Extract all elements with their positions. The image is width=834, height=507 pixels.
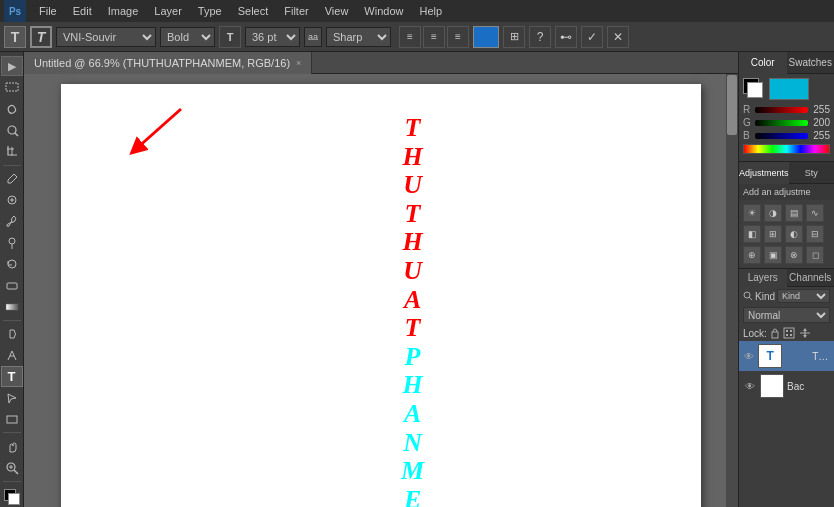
layer-filter-row: Kind Kind	[739, 287, 834, 305]
color-panel: Color Swatches R 255 G	[739, 52, 834, 161]
font-size-select[interactable]: 36 pt	[245, 27, 300, 47]
swatches-tab[interactable]: Swatches	[787, 52, 835, 74]
text-tool-horizontal[interactable]: T	[4, 26, 26, 48]
pen-tool[interactable]	[1, 345, 23, 365]
ps-logo: Ps	[4, 0, 26, 22]
active-color-swatch[interactable]	[769, 78, 809, 100]
menu-help[interactable]: Help	[412, 3, 449, 19]
layers-tab[interactable]: Layers	[739, 269, 787, 287]
curves-adj-icon[interactable]: ∿	[806, 204, 824, 222]
path-select-tool[interactable]	[1, 388, 23, 408]
layer-1-visibility[interactable]: 👁	[743, 349, 755, 363]
gradient-adj-icon[interactable]: ▣	[764, 246, 782, 264]
move-tool[interactable]: ▶	[1, 56, 23, 76]
lock-label: Lock:	[743, 328, 767, 339]
svg-marker-24	[803, 328, 807, 331]
vertical-scrollbar[interactable]	[726, 74, 738, 507]
toolbar-divider-2	[3, 320, 21, 321]
vertical-letter-0: T	[405, 114, 421, 143]
r-channel-slider[interactable]	[755, 107, 808, 113]
vertical-letter-13: E	[404, 486, 421, 507]
svg-rect-23	[790, 334, 792, 336]
selectivecolor-adj-icon[interactable]: ⊗	[785, 246, 803, 264]
hand-tool[interactable]	[1, 436, 23, 456]
arrow-annotation	[116, 99, 196, 169]
eraser-tool[interactable]	[1, 275, 23, 295]
layer-1-thumb: T	[758, 344, 782, 368]
layer-item-1[interactable]: 👁 T THU	[739, 341, 834, 371]
zoom-tool[interactable]	[1, 458, 23, 478]
clone-stamp-tool[interactable]	[1, 233, 23, 253]
colorbalance-adj-icon[interactable]: ⊟	[806, 225, 824, 243]
invert-adj-icon[interactable]: ◻	[806, 246, 824, 264]
fg-bg-swatches[interactable]	[743, 78, 765, 100]
layer-item-2[interactable]: 👁 Bac	[739, 371, 834, 401]
vertical-letter-7: T	[405, 314, 421, 343]
scroll-thumb[interactable]	[727, 75, 737, 135]
layer-kind-select[interactable]: Kind	[777, 289, 830, 303]
vertical-letter-3: T	[405, 200, 421, 229]
align-right-btn[interactable]: ≡	[447, 26, 469, 48]
contrast-adj-icon[interactable]: ◑	[764, 204, 782, 222]
menu-type[interactable]: Type	[191, 3, 229, 19]
menu-file[interactable]: File	[32, 3, 64, 19]
anti-alias-select[interactable]: Sharp	[326, 27, 391, 47]
color-spectrum[interactable]	[743, 144, 830, 154]
dodge-tool[interactable]	[1, 324, 23, 344]
layer-2-visibility[interactable]: 👁	[743, 379, 757, 393]
align-left-btn[interactable]: ≡	[399, 26, 421, 48]
toggle-3d-btn[interactable]: ⊷	[555, 26, 577, 48]
char-panel-btn[interactable]: ?	[529, 26, 551, 48]
menu-view[interactable]: View	[318, 3, 356, 19]
tab-close-btn[interactable]: ×	[296, 58, 301, 68]
font-family-select[interactable]: VNI-Souvir	[56, 27, 156, 47]
hue-adj-icon[interactable]: ◐	[785, 225, 803, 243]
color-tab[interactable]: Color	[739, 52, 787, 74]
menu-image[interactable]: Image	[101, 3, 146, 19]
lasso-tool[interactable]	[1, 99, 23, 119]
warp-text-btn[interactable]: ⊞	[503, 26, 525, 48]
crop-tool[interactable]	[1, 141, 23, 161]
svg-line-15	[136, 109, 181, 149]
vertical-letter-8: P	[405, 343, 421, 372]
vertical-letter-5: U	[403, 257, 422, 286]
menu-layer[interactable]: Layer	[147, 3, 189, 19]
adjustments-tab[interactable]: Adjustments	[739, 162, 789, 184]
history-brush-tool[interactable]	[1, 254, 23, 274]
channels-tab[interactable]: Channels	[787, 269, 835, 287]
menu-select[interactable]: Select	[231, 3, 276, 19]
align-center-btn[interactable]: ≡	[423, 26, 445, 48]
vertical-text: THUTHUATPHANMEM	[401, 114, 424, 507]
g-channel-slider[interactable]	[755, 120, 808, 126]
blend-mode-select[interactable]: Normal	[743, 307, 830, 323]
healing-brush-tool[interactable]	[1, 190, 23, 210]
exposure-adj-icon[interactable]: ◧	[743, 225, 761, 243]
quick-select-tool[interactable]	[1, 120, 23, 140]
cancel-btn[interactable]: ✕	[607, 26, 629, 48]
menu-filter[interactable]: Filter	[277, 3, 315, 19]
brush-tool[interactable]	[1, 211, 23, 231]
menu-edit[interactable]: Edit	[66, 3, 99, 19]
b-channel-slider[interactable]	[755, 133, 808, 139]
font-style-select[interactable]: Bold	[160, 27, 215, 47]
marquee-tool[interactable]	[1, 77, 23, 97]
vibrance-adj-icon[interactable]: ⊞	[764, 225, 782, 243]
commit-btn[interactable]: ✓	[581, 26, 603, 48]
text-tool-vertical[interactable]: T	[30, 26, 52, 48]
levels-adj-icon[interactable]: ▤	[785, 204, 803, 222]
styles-tab[interactable]: Sty	[789, 162, 834, 184]
brightness-adj-icon[interactable]: ☀	[743, 204, 761, 222]
photofilter-adj-icon[interactable]: ⊕	[743, 246, 761, 264]
document-tab[interactable]: Untitled @ 66.9% (THUTHUATPHANMEM, RGB/1…	[24, 52, 312, 74]
svg-rect-18	[772, 332, 778, 338]
text-tool[interactable]: T	[1, 366, 23, 386]
gradient-tool[interactable]	[1, 297, 23, 317]
eyedropper-tool[interactable]	[1, 169, 23, 189]
move-lock-icon	[798, 327, 812, 339]
color-panel-content: R 255 G 200 B 255	[739, 74, 834, 161]
text-color-swatch[interactable]	[473, 26, 499, 48]
menu-window[interactable]: Window	[357, 3, 410, 19]
canvas-scroll-area[interactable]: THUTHUATPHANMEM	[24, 74, 738, 507]
color-swatches[interactable]	[1, 487, 23, 507]
shape-tool[interactable]	[1, 409, 23, 429]
